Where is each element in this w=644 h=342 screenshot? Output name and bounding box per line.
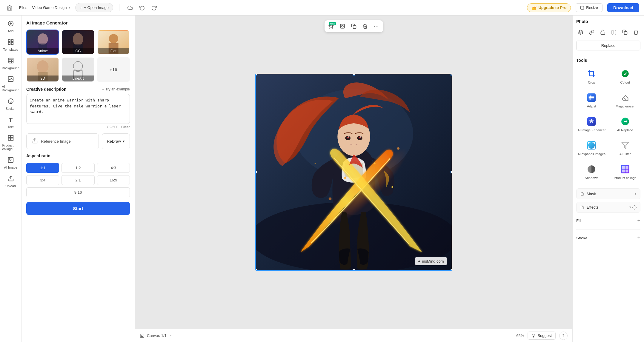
help-button[interactable]: ?	[559, 332, 568, 340]
download-button[interactable]: Download	[607, 3, 639, 12]
tool-ai-expands[interactable]: AI expands images	[576, 137, 607, 158]
clear-button[interactable]: Clear	[121, 125, 130, 129]
ai-select-tool[interactable]: New	[326, 21, 336, 31]
upgrade-button[interactable]: 👑 Upgrade to Pro	[527, 3, 571, 12]
sidebar-item-ai-image[interactable]: AI Image	[1, 154, 20, 172]
style-item-more[interactable]: +10	[97, 57, 130, 82]
tool-shadows[interactable]: Shadows	[576, 161, 607, 182]
reference-image-box[interactable]: Reference Image	[26, 133, 99, 149]
svg-point-55	[344, 177, 346, 179]
tool-ai-replace[interactable]: AI Replace	[610, 113, 641, 134]
lock-icon[interactable]	[598, 27, 607, 37]
home-button[interactable]	[5, 3, 14, 13]
try-example-link[interactable]: ✦ Try an example	[102, 87, 130, 91]
sidebar-item-text[interactable]: T Text	[1, 114, 20, 131]
svg-rect-41	[340, 24, 345, 28]
aspect-1-2[interactable]: 1:2	[62, 163, 94, 173]
svg-rect-4	[8, 40, 10, 41]
more-options[interactable]: ···	[371, 21, 382, 31]
undo-button[interactable]	[137, 3, 147, 13]
resize-button[interactable]: Resize	[576, 3, 602, 12]
layers-icon[interactable]	[576, 27, 585, 37]
description-textarea[interactable]	[26, 94, 130, 124]
open-image-button[interactable]: + + Open Image	[75, 3, 113, 12]
tool-cutout[interactable]: Cutout	[610, 66, 641, 87]
right-section-photo: Photo	[576, 19, 640, 24]
suggest-button[interactable]: Suggest	[528, 332, 556, 340]
copy-tool[interactable]	[348, 21, 359, 31]
aspect-3-4[interactable]: 3:4	[26, 175, 59, 185]
style-label-lineart: LineArt	[62, 76, 94, 81]
effects-settings-icon[interactable]	[632, 205, 637, 209]
stroke-add-button[interactable]: +	[637, 235, 640, 241]
topbar: Files Video Game Design ▾ + + Open Image	[0, 0, 644, 16]
sticker-icon	[7, 98, 14, 106]
tool-magic-eraser[interactable]: Magic eraser	[610, 90, 641, 110]
canvas-image[interactable]: ● insMind.com ↻	[255, 74, 452, 271]
style-item-3d[interactable]: 3D	[26, 57, 59, 82]
resize-handle-bl[interactable]	[255, 269, 257, 271]
resize-handle-br[interactable]	[451, 269, 452, 271]
delete-tool[interactable]	[360, 21, 371, 31]
style-item-anime[interactable]: Anime	[26, 30, 59, 55]
tool-adjust[interactable]: Adjust	[576, 90, 607, 110]
tool-ai-filter[interactable]: AI Filter	[610, 137, 641, 158]
svg-rect-67	[624, 32, 627, 35]
sidebar-item-add[interactable]: Add	[1, 18, 20, 35]
resize-handle-bc[interactable]	[353, 269, 355, 271]
cloud-save-button[interactable]	[125, 3, 135, 13]
svg-point-58	[391, 186, 393, 188]
zoom-level: 65%	[516, 333, 524, 338]
resize-handle-ml[interactable]	[255, 171, 257, 173]
sidebar-item-background[interactable]: Background	[1, 55, 20, 72]
link-icon[interactable]	[587, 27, 596, 37]
canvas-toolbar: New	[325, 20, 383, 32]
ref-section: Reference Image ReDraw ▾	[26, 133, 130, 149]
svg-point-53	[360, 136, 361, 138]
aspect-9-16[interactable]: 9:16	[26, 187, 130, 197]
mask-accordion-header[interactable]: Mask ▾	[577, 189, 640, 199]
sidebar-item-upload[interactable]: Upload	[1, 173, 20, 190]
tool-label-ai-filter: AI Filter	[620, 152, 631, 156]
tool-crop[interactable]: Crop	[576, 66, 607, 87]
resize-handle-tr[interactable]	[451, 74, 452, 76]
tool-ai-image-enhancer[interactable]: AI Image Enhancer	[576, 113, 607, 134]
new-badge: New	[329, 22, 336, 25]
style-item-cg[interactable]: CG	[62, 30, 94, 55]
sidebar-item-sticker[interactable]: Sticker	[1, 95, 20, 113]
start-button[interactable]: Start	[26, 202, 130, 215]
canvas-image-container[interactable]: ● insMind.com ↻	[135, 16, 572, 329]
canvas-info: Canvas 1/1	[140, 333, 173, 338]
reference-image-label: Reference Image	[41, 139, 71, 144]
photo-action-icons	[576, 27, 640, 37]
svg-point-28	[73, 33, 83, 46]
aspect-16-9[interactable]: 16:9	[97, 175, 130, 185]
mask-accordion: Mask ▾	[576, 188, 640, 199]
mask-tool[interactable]	[337, 21, 348, 31]
svg-rect-84	[625, 170, 628, 172]
sidebar-item-templates[interactable]: Templates	[1, 36, 20, 54]
aspect-2-1[interactable]: 2:1	[62, 175, 94, 185]
redo-button[interactable]	[149, 3, 159, 13]
files-link[interactable]: Files	[19, 5, 27, 10]
breadcrumb[interactable]: Video Game Design ▾	[32, 5, 70, 10]
style-item-flat[interactable]: Flat	[97, 30, 130, 55]
resize-handle-mr[interactable]	[451, 171, 452, 173]
crop-icon	[586, 68, 597, 79]
aspect-1-1[interactable]: 1:1	[26, 163, 59, 173]
delete-icon[interactable]	[632, 27, 640, 37]
tool-product-collage[interactable]: Product collage	[610, 161, 641, 182]
sidebar-item-ai-background[interactable]: AI Background	[1, 73, 20, 94]
aspect-4-3[interactable]: 4:3	[97, 163, 130, 173]
resize-handle-tl[interactable]	[255, 74, 257, 76]
style-item-lineart[interactable]: LineArt	[62, 57, 94, 82]
sidebar-item-label-ai-image: AI Image	[4, 166, 17, 169]
redraw-button[interactable]: ReDraw ▾	[102, 133, 130, 149]
flip-icon[interactable]	[610, 27, 618, 37]
replace-button[interactable]: Replace	[576, 41, 640, 50]
effects-accordion-header[interactable]: Effects ▾	[577, 202, 640, 212]
copy-icon[interactable]	[621, 27, 629, 37]
resize-handle-tc[interactable]	[353, 74, 355, 76]
sidebar-item-product-collage[interactable]: Product collage	[1, 132, 20, 153]
fill-add-button[interactable]: +	[637, 218, 640, 224]
